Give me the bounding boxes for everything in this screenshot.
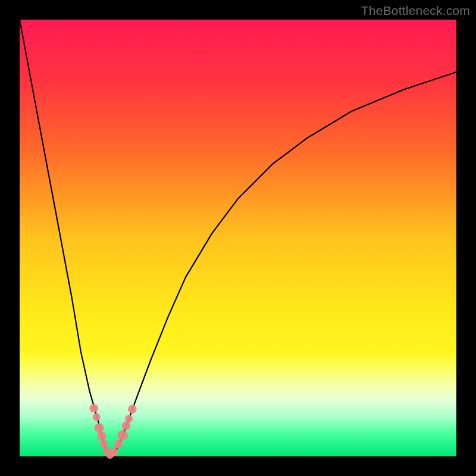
bead — [128, 405, 137, 414]
curve-layer — [20, 20, 456, 456]
bead-cluster — [90, 404, 137, 459]
bead — [93, 413, 101, 421]
bead — [117, 430, 128, 441]
watermark-text: TheBottleneck.com — [361, 4, 470, 18]
bead — [114, 440, 123, 449]
bead — [125, 415, 133, 422]
bead — [95, 423, 104, 433]
bead — [97, 432, 106, 441]
bead — [109, 447, 118, 456]
bead — [122, 421, 131, 430]
bead — [90, 404, 99, 413]
chart-frame: TheBottleneck.com — [0, 0, 476, 476]
plot-area — [20, 20, 456, 456]
bottleneck-curve — [20, 20, 456, 455]
bead — [100, 440, 108, 449]
